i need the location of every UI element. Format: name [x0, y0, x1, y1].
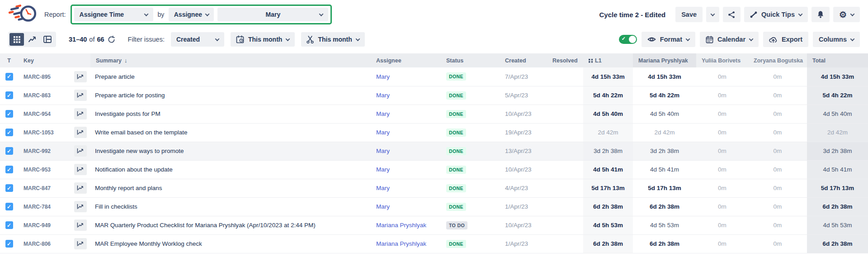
status-badge: DONE [446, 91, 466, 100]
row-checkbox[interactable]: ✓ [5, 166, 13, 173]
notifications-button[interactable] [811, 7, 830, 22]
total-time-cell: 6d 2h 38m [807, 234, 868, 253]
filter-issues-label: Filter issues: [128, 36, 165, 43]
resolved-period-select[interactable]: This month [301, 32, 364, 47]
toggle-knob [629, 36, 636, 43]
column-header-total[interactable]: Total [807, 53, 868, 67]
row-chart-button[interactable] [74, 201, 87, 212]
column-header-mariana[interactable]: Mariana Pryshlyak [633, 53, 696, 67]
zoryana-time-cell: 0m [748, 105, 807, 123]
row-checkbox[interactable]: ✓ [5, 221, 13, 229]
drag-grip-icon[interactable] [589, 59, 593, 63]
row-checkbox[interactable]: ✓ [5, 184, 13, 192]
sort-desc-icon: ↓ [124, 57, 127, 64]
row-chart-button[interactable] [74, 71, 87, 82]
issue-key[interactable]: MARC-863 [24, 92, 51, 99]
column-header-summary[interactable]: Summary↓ [90, 53, 371, 67]
settings-button[interactable]: ⚙ [833, 7, 860, 22]
column-header-created[interactable]: Created [500, 53, 547, 67]
column-header-resolved[interactable]: Resolved [547, 53, 583, 67]
row-chart-button[interactable] [74, 182, 87, 194]
column-header-key[interactable]: Key [18, 53, 70, 67]
share-button[interactable] [723, 7, 741, 22]
created-period-select[interactable]: This month [231, 32, 295, 47]
grid-icon [14, 36, 20, 43]
l1-time-cell: 4d 15h 33m [583, 67, 633, 86]
issue-key[interactable]: MARC-992 [24, 148, 51, 154]
column-header-assignee[interactable]: Assignee [371, 53, 441, 67]
row-checkbox[interactable]: ✓ [5, 147, 13, 155]
issue-key[interactable]: MARC-953 [24, 167, 51, 173]
chevron-down-icon [798, 12, 803, 16]
row-chart-button[interactable] [74, 108, 87, 119]
issue-key[interactable]: MARC-954 [24, 111, 51, 117]
row-checkbox[interactable]: ✓ [5, 91, 13, 99]
chart-view-button[interactable] [25, 33, 39, 46]
row-checkbox[interactable]: ✓ [5, 73, 13, 81]
assignee-link[interactable]: Mary [376, 110, 390, 117]
status-badge: DONE [446, 203, 466, 211]
issue-chart-icon [77, 222, 84, 228]
format-button[interactable]: Format [642, 32, 695, 47]
issue-key[interactable]: MARC-784 [24, 204, 51, 210]
refresh-button[interactable] [108, 36, 115, 43]
gear-icon: ⚙ [839, 10, 847, 19]
group-value-select[interactable]: Mary [217, 8, 328, 21]
row-chart-button[interactable] [74, 145, 87, 157]
quick-tips-button[interactable]: Quick Tips [744, 7, 808, 22]
issue-key[interactable]: MARC-806 [24, 241, 51, 247]
zoryana-time-cell: 0m [748, 67, 807, 86]
color-format-toggle[interactable]: ✓ [619, 35, 637, 44]
issue-key[interactable]: MARC-1053 [24, 129, 54, 136]
save-button[interactable]: Save [675, 7, 703, 22]
eye-icon [647, 36, 656, 43]
yuliia-time-cell: 0m [696, 105, 748, 123]
zoryana-time-cell: 0m [748, 142, 807, 160]
zoryana-time-cell: 0m [748, 179, 807, 197]
row-checkbox[interactable]: ✓ [5, 129, 13, 136]
yuliia-time-cell: 0m [696, 123, 748, 142]
filter-field-select[interactable]: Created [171, 32, 224, 47]
board-view-button[interactable] [40, 33, 55, 46]
zoryana-time-cell: 0m [748, 234, 807, 253]
chevron-down-icon [711, 12, 715, 16]
table-row: ✓MARC-806MAR Employee Monthly Worklog ch… [0, 234, 868, 253]
column-header-type: T [0, 53, 18, 67]
grid-view-button[interactable] [9, 33, 24, 46]
report-type-select[interactable]: Assignee Time [74, 8, 153, 21]
row-checkbox[interactable]: ✓ [5, 110, 13, 118]
row-checkbox[interactable]: ✓ [5, 203, 13, 210]
row-chart-button[interactable] [74, 90, 87, 101]
report-label: Report: [44, 11, 66, 18]
resolved-date [547, 160, 583, 179]
assignee-link[interactable]: Mariana Pryshlyak [376, 222, 426, 229]
assignee-link[interactable]: Mary [376, 92, 390, 99]
assignee-link[interactable]: Mary [376, 129, 390, 136]
calendar-button[interactable]: Calendar [700, 32, 759, 47]
resolved-date [547, 234, 583, 253]
save-options-button[interactable] [706, 7, 719, 22]
zoryana-time-cell: 0m [748, 86, 807, 105]
row-chart-button[interactable] [74, 164, 87, 175]
row-checkbox[interactable]: ✓ [5, 240, 13, 248]
columns-button[interactable]: Columns [813, 32, 860, 47]
column-header-zoryana[interactable]: Zoryana Bogutska [748, 53, 807, 67]
column-header-l1[interactable]: L1 [583, 53, 633, 67]
row-chart-button[interactable] [74, 220, 87, 231]
assignee-link[interactable]: Mary [376, 203, 390, 210]
issue-key[interactable]: MARC-949 [24, 222, 51, 229]
column-header-status[interactable]: Status [441, 53, 500, 67]
column-header-yuliia[interactable]: Yuliia Borivets [696, 53, 748, 67]
row-chart-button[interactable] [74, 127, 87, 138]
row-chart-button[interactable] [74, 238, 87, 249]
assignee-link[interactable]: Mariana Pryshlyak [376, 240, 426, 247]
issue-summary: Fill in checklists [90, 197, 371, 216]
assignee-link[interactable]: Mary [376, 148, 390, 154]
issue-key[interactable]: MARC-895 [24, 74, 51, 80]
issue-key[interactable]: MARC-847 [24, 185, 51, 191]
assignee-link[interactable]: Mary [376, 166, 390, 173]
assignee-link[interactable]: Mary [376, 73, 390, 80]
assignee-link[interactable]: Mary [376, 185, 390, 191]
export-button[interactable]: Export [763, 32, 808, 47]
group-by-select[interactable]: Assignee [169, 8, 214, 21]
